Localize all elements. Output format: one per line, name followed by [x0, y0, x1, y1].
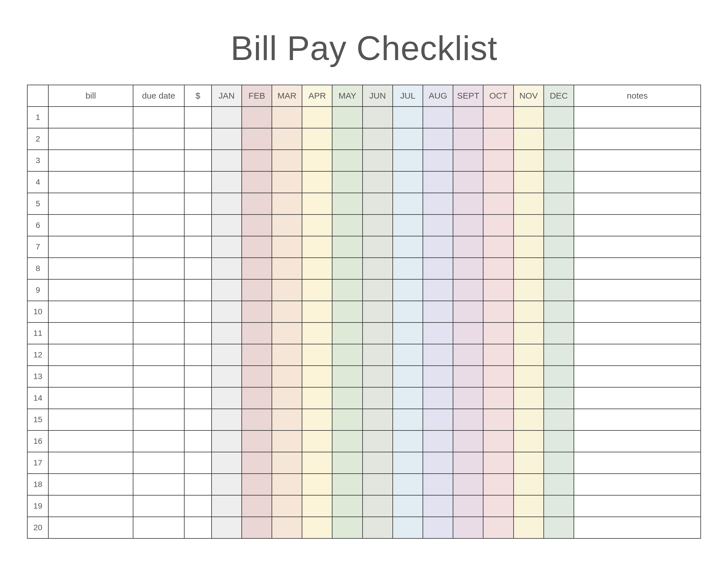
cell-amount[interactable] [184, 193, 212, 215]
cell-month[interactable] [272, 236, 302, 258]
cell-month[interactable] [332, 150, 362, 171]
cell-notes[interactable] [574, 258, 701, 279]
cell-month[interactable] [453, 150, 483, 171]
cell-month[interactable] [332, 495, 362, 517]
cell-month[interactable] [212, 215, 242, 236]
cell-month[interactable] [483, 128, 513, 150]
cell-month[interactable] [393, 322, 423, 344]
cell-month[interactable] [483, 366, 513, 387]
cell-amount[interactable] [184, 452, 212, 474]
cell-month[interactable] [393, 258, 423, 279]
cell-month[interactable] [423, 474, 453, 495]
cell-month[interactable] [302, 150, 332, 171]
cell-month[interactable] [302, 301, 332, 322]
cell-month[interactable] [393, 387, 423, 409]
cell-month[interactable] [212, 495, 242, 517]
cell-month[interactable] [302, 258, 332, 279]
cell-month[interactable] [212, 517, 242, 538]
cell-month[interactable] [272, 193, 302, 215]
cell-month[interactable] [483, 301, 513, 322]
cell-month[interactable] [423, 150, 453, 171]
cell-month[interactable] [272, 409, 302, 430]
cell-amount[interactable] [184, 301, 212, 322]
cell-month[interactable] [544, 517, 574, 538]
cell-due-date[interactable] [133, 301, 185, 322]
cell-month[interactable] [423, 517, 453, 538]
cell-month[interactable] [242, 236, 272, 258]
cell-notes[interactable] [574, 236, 701, 258]
cell-month[interactable] [332, 215, 362, 236]
cell-month[interactable] [212, 387, 242, 409]
cell-month[interactable] [363, 474, 393, 495]
cell-month[interactable] [272, 279, 302, 301]
cell-month[interactable] [363, 150, 393, 171]
cell-month[interactable] [514, 279, 544, 301]
cell-due-date[interactable] [133, 107, 185, 128]
cell-month[interactable] [514, 301, 544, 322]
cell-month[interactable] [212, 193, 242, 215]
cell-notes[interactable] [574, 279, 701, 301]
cell-month[interactable] [544, 409, 574, 430]
cell-month[interactable] [453, 322, 483, 344]
cell-month[interactable] [272, 171, 302, 193]
cell-month[interactable] [302, 409, 332, 430]
cell-month[interactable] [242, 150, 272, 171]
cell-amount[interactable] [184, 474, 212, 495]
cell-amount[interactable] [184, 409, 212, 430]
cell-month[interactable] [483, 387, 513, 409]
cell-month[interactable] [514, 193, 544, 215]
cell-notes[interactable] [574, 517, 701, 538]
cell-month[interactable] [363, 193, 393, 215]
cell-due-date[interactable] [133, 279, 185, 301]
cell-month[interactable] [332, 474, 362, 495]
cell-amount[interactable] [184, 236, 212, 258]
cell-amount[interactable] [184, 150, 212, 171]
cell-month[interactable] [363, 279, 393, 301]
cell-amount[interactable] [184, 258, 212, 279]
cell-month[interactable] [302, 366, 332, 387]
cell-month[interactable] [332, 409, 362, 430]
cell-notes[interactable] [574, 344, 701, 366]
cell-month[interactable] [483, 409, 513, 430]
cell-month[interactable] [483, 236, 513, 258]
cell-month[interactable] [453, 430, 483, 452]
cell-amount[interactable] [184, 344, 212, 366]
cell-month[interactable] [212, 474, 242, 495]
cell-month[interactable] [363, 301, 393, 322]
cell-due-date[interactable] [133, 344, 185, 366]
cell-due-date[interactable] [133, 387, 185, 409]
cell-month[interactable] [332, 107, 362, 128]
cell-month[interactable] [242, 495, 272, 517]
cell-amount[interactable] [184, 107, 212, 128]
cell-month[interactable] [514, 150, 544, 171]
cell-month[interactable] [453, 366, 483, 387]
cell-month[interactable] [544, 193, 574, 215]
cell-amount[interactable] [184, 128, 212, 150]
cell-bill[interactable] [48, 409, 133, 430]
cell-month[interactable] [483, 193, 513, 215]
cell-month[interactable] [483, 495, 513, 517]
cell-month[interactable] [242, 517, 272, 538]
cell-month[interactable] [423, 430, 453, 452]
cell-bill[interactable] [48, 344, 133, 366]
cell-month[interactable] [544, 452, 574, 474]
cell-month[interactable] [423, 171, 453, 193]
cell-month[interactable] [453, 517, 483, 538]
cell-due-date[interactable] [133, 215, 185, 236]
cell-notes[interactable] [574, 430, 701, 452]
cell-month[interactable] [332, 517, 362, 538]
cell-month[interactable] [483, 517, 513, 538]
cell-month[interactable] [514, 258, 544, 279]
cell-month[interactable] [423, 344, 453, 366]
cell-bill[interactable] [48, 193, 133, 215]
cell-month[interactable] [272, 495, 302, 517]
cell-amount[interactable] [184, 387, 212, 409]
cell-month[interactable] [453, 193, 483, 215]
cell-month[interactable] [242, 258, 272, 279]
cell-month[interactable] [453, 128, 483, 150]
cell-notes[interactable] [574, 193, 701, 215]
cell-month[interactable] [514, 344, 544, 366]
cell-month[interactable] [242, 366, 272, 387]
cell-due-date[interactable] [133, 495, 185, 517]
cell-month[interactable] [453, 474, 483, 495]
